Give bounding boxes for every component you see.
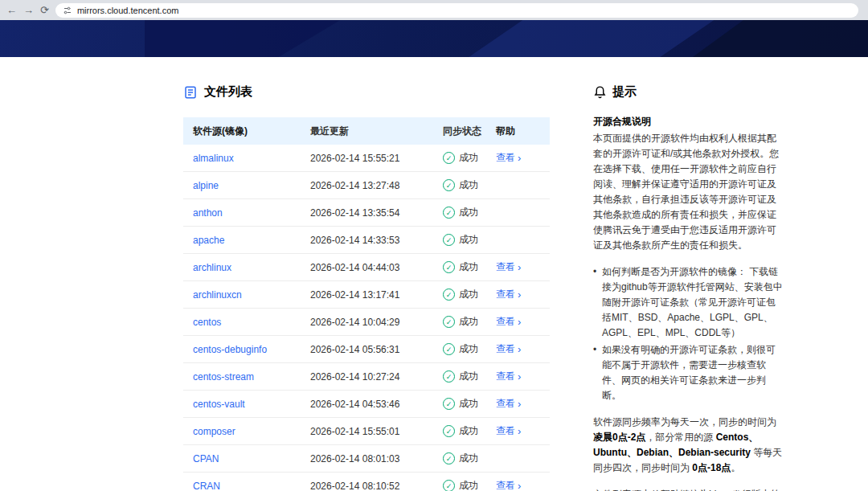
column-header-updated: 最近更新 <box>310 125 443 138</box>
mirror-link[interactable]: composer <box>193 426 235 437</box>
tips-bullet: 如果没有明确的开源许可证条款，则很可能不属于开源软件，需要进一步核查软件、网页的… <box>593 342 783 403</box>
row-updated: 2026-02-14 05:56:31 <box>310 344 443 355</box>
row-updated: 2026-02-14 14:33:53 <box>310 235 443 246</box>
table-row: almalinux 2026-02-14 15:55:21 ✓ 成功 查看› <box>183 145 550 172</box>
chevron-right-icon: › <box>518 399 521 409</box>
mirror-link[interactable]: CPAN <box>193 453 219 464</box>
status-label: 成功 <box>459 479 478 491</box>
help-link[interactable]: 查看› <box>496 397 521 411</box>
success-icon: ✓ <box>443 179 455 191</box>
table-row: archlinuxcn 2026-02-14 13:17:41 ✓ 成功 查看› <box>183 281 550 309</box>
table-row: centos 2026-02-14 10:04:29 ✓ 成功 查看› <box>183 309 550 336</box>
tune-icon[interactable] <box>63 6 72 15</box>
tips-text: 本页面提供的开源软件均由权利人根据其配套的开源许可证和/或其他条款对外授权。您在… <box>593 133 779 251</box>
table-row: alpine 2026-02-14 13:27:48 ✓ 成功 › <box>183 172 550 199</box>
table-row: composer 2026-02-14 15:55:01 ✓ 成功 查看› <box>183 418 550 445</box>
success-icon: ✓ <box>443 288 455 301</box>
column-header-name: 软件源(镜像) <box>183 125 310 138</box>
tips-paragraph: 本页面提供的开源软件均由权利人根据其配套的开源许可证和/或其他条款对外授权。您在… <box>593 131 783 253</box>
status-label: 成功 <box>459 151 478 165</box>
success-icon: ✓ <box>443 152 455 164</box>
tips-bullet: 如何判断是否为开源软件的镜像： 下载链接为github等开源软件托管网站、安装包… <box>593 264 783 341</box>
tips-text: 。 <box>731 462 740 473</box>
mirror-link[interactable]: almalinux <box>193 153 234 164</box>
document-icon <box>183 85 198 100</box>
tips-title-label: 提示 <box>612 84 637 100</box>
success-icon: ✓ <box>443 316 455 328</box>
success-icon: ✓ <box>443 234 455 246</box>
table-row: CPAN 2026-02-14 08:01:03 ✓ 成功 › <box>183 445 550 473</box>
page-content: 文件列表 软件源(镜像) 最近更新 同步状态 帮助 almalinux 2026… <box>0 57 868 491</box>
address-bar[interactable]: mirrors.cloud.tencent.com <box>55 3 858 18</box>
chevron-right-icon: › <box>518 317 521 327</box>
mirror-link[interactable]: centos-debuginfo <box>193 344 267 355</box>
reload-button[interactable]: ⟳ <box>40 5 49 15</box>
row-updated: 2026-02-14 04:44:03 <box>310 262 443 273</box>
success-icon: ✓ <box>443 343 455 355</box>
chevron-right-icon: › <box>518 426 521 436</box>
status-label: 成功 <box>459 424 478 438</box>
tips-text: ，部分常用的源 <box>645 432 715 443</box>
tips-body: 开源合规说明本页面提供的开源软件均由权利人根据其配套的开源许可证和/或其他条款对… <box>593 114 783 491</box>
mirror-link[interactable]: centos-stream <box>193 371 254 383</box>
help-link[interactable]: 查看› <box>496 370 521 383</box>
mirror-link[interactable]: anthon <box>193 207 223 219</box>
mirror-link[interactable]: centos-vault <box>193 399 245 410</box>
tips-paragraph: 文件列表项中的帮助链接为Linux发行版本软件的安装源的帮助，如果您有任何不懂可… <box>593 487 783 491</box>
help-link[interactable]: 查看› <box>496 260 521 274</box>
file-list-section: 文件列表 软件源(镜像) 最近更新 同步状态 帮助 almalinux 2026… <box>183 84 550 491</box>
chevron-right-icon: › <box>518 153 521 163</box>
browser-chrome: ← → ⟳ mirrors.cloud.tencent.com <box>0 0 868 20</box>
file-list-title-label: 文件列表 <box>204 84 252 100</box>
row-updated: 2026-02-14 08:10:52 <box>310 481 443 491</box>
mirror-link[interactable]: apache <box>193 235 224 246</box>
table-row: anthon 2026-02-14 13:35:54 ✓ 成功 › <box>183 199 550 227</box>
mirror-link[interactable]: alpine <box>193 180 219 191</box>
mirror-link[interactable]: archlinuxcn <box>193 289 242 301</box>
table-row: centos-vault 2026-02-14 04:53:46 ✓ 成功 查看… <box>183 391 550 418</box>
mirror-table: 软件源(镜像) 最近更新 同步状态 帮助 almalinux 2026-02-1… <box>183 117 550 491</box>
help-link[interactable]: 查看› <box>496 151 521 165</box>
hero-banner <box>0 20 868 57</box>
status-label: 成功 <box>459 233 478 247</box>
help-link[interactable]: 查看› <box>496 288 521 301</box>
table-header: 软件源(镜像) 最近更新 同步状态 帮助 <box>183 117 550 145</box>
chevron-right-icon: › <box>518 371 521 382</box>
tips-text: 凌晨0点-2点 <box>593 432 645 443</box>
file-list-title: 文件列表 <box>183 84 550 100</box>
help-link[interactable]: 查看› <box>496 424 521 438</box>
row-updated: 2026-02-14 04:53:46 <box>310 399 443 410</box>
tips-text: 0点-18点 <box>692 462 731 473</box>
status-label: 成功 <box>459 288 478 301</box>
back-button[interactable]: ← <box>6 5 17 15</box>
mirror-link[interactable]: CRAN <box>193 481 220 491</box>
help-link-label: 查看 <box>496 151 515 165</box>
status-label: 成功 <box>459 260 478 274</box>
table-row: apache 2026-02-14 14:33:53 ✓ 成功 › <box>183 227 550 254</box>
chevron-right-icon: › <box>518 481 521 491</box>
status-label: 成功 <box>459 206 478 219</box>
row-updated: 2026-02-14 10:27:24 <box>310 371 443 383</box>
success-icon: ✓ <box>443 370 455 383</box>
help-link-label: 查看 <box>496 260 515 274</box>
mirror-link[interactable]: centos <box>193 317 221 328</box>
help-link-label: 查看 <box>496 479 515 491</box>
forward-button[interactable]: → <box>23 5 34 15</box>
status-label: 成功 <box>459 315 478 329</box>
column-header-help: 帮助 <box>496 125 550 138</box>
url-text: mirrors.cloud.tencent.com <box>77 6 179 15</box>
success-icon: ✓ <box>443 261 455 273</box>
help-link-label: 查看 <box>496 288 515 301</box>
column-header-status: 同步状态 <box>443 125 496 138</box>
help-link-label: 查看 <box>496 424 515 438</box>
bell-icon <box>593 85 607 99</box>
help-link[interactable]: 查看› <box>496 342 521 356</box>
success-icon: ✓ <box>443 398 455 410</box>
table-row: centos-debuginfo 2026-02-14 05:56:31 ✓ 成… <box>183 336 550 363</box>
row-updated: 2026-02-14 08:01:03 <box>310 453 443 464</box>
mirror-link[interactable]: archlinux <box>193 262 231 273</box>
help-link[interactable]: 查看› <box>496 479 521 491</box>
success-icon: ✓ <box>443 207 455 219</box>
tips-title: 提示 <box>593 84 783 100</box>
help-link[interactable]: 查看› <box>496 315 521 329</box>
